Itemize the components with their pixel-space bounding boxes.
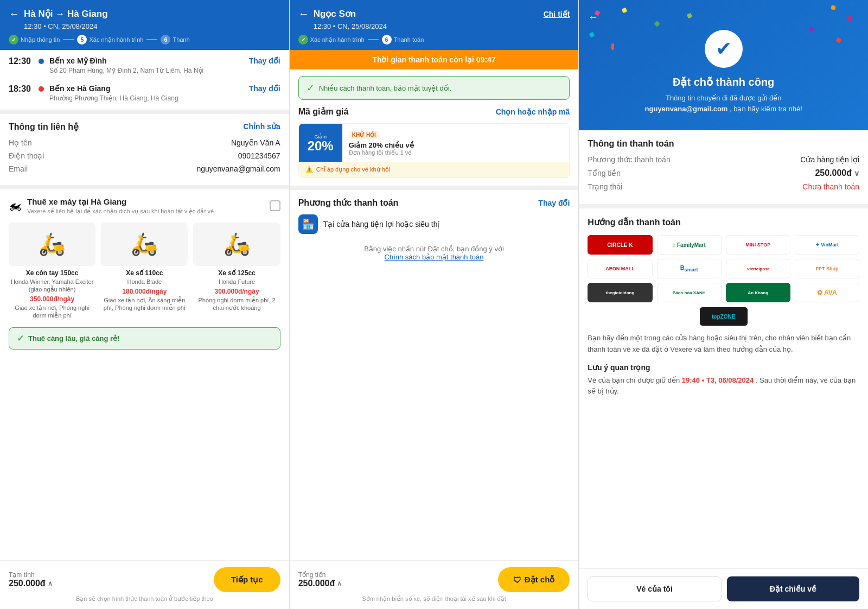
timer-time: 09:47 — [476, 55, 496, 64]
screen2-step-1-label: Xác nhận hành trình — [310, 36, 365, 43]
screen3-footer: Vé của tôi Đặt chiều về — [579, 568, 868, 609]
payment-option-text: Tại cửa hàng tiện lợi hoặc siêu thị — [323, 220, 440, 229]
contact-email-row: Email nguyenvana@gmail.com — [9, 164, 280, 173]
contact-edit-btn[interactable]: Chỉnh sửa — [243, 122, 280, 131]
consent-link[interactable]: Chính sách bảo mật thanh toán — [385, 253, 484, 261]
success-header: ← ✔ Đặt chỗ thành công Thông tin chuyến … — [579, 0, 868, 130]
screen2-title: Ngọc Sơn — [314, 8, 356, 20]
screen2-bottom-note: Sớm nhận biển số xe, số điện thoại tài x… — [298, 595, 570, 602]
guide-title: Hướng dẫn thanh toán — [588, 217, 859, 227]
screen2-step-line — [368, 39, 379, 40]
detail-link[interactable]: Chi tiết — [544, 10, 570, 18]
screen2-header: ← Ngọc Sơn 12:30 • CN, 25/08/2024 Chi ti… — [290, 0, 579, 50]
step-2-circle: 5 — [77, 35, 87, 45]
discount-name: Giảm 20% chiều về — [349, 141, 563, 149]
contact-phone-row: Điện thoại 0901234567 — [9, 151, 280, 160]
discount-sub: Đơn hàng tối thiểu 1 vé — [349, 149, 563, 156]
screen2-back-icon[interactable]: ← — [298, 8, 309, 20]
screen2-price-label: Tổng tiền — [298, 571, 492, 579]
bike-price-1: 180.000đ/ngày — [101, 288, 188, 295]
store-logo-circlek: CIRCLE K — [588, 235, 652, 255]
rental-promo-banner: ✓ Thuê càng lâu, giá càng rẻ! — [9, 327, 280, 350]
arrival-change-btn[interactable]: Thay đổi — [249, 84, 280, 93]
payment-method-value: Cửa hàng tiện lợi — [800, 155, 859, 164]
success-subtitle: Thông tin chuyến đi đã được gửi đến nguy… — [588, 93, 859, 114]
store-logos-grid: CIRCLE K ≡ FamilyMart MINI STOP ✦ VinMar… — [588, 235, 859, 302]
payment-method-label: Phương thức thanh toán — [588, 155, 670, 164]
discount-badge: Giảm 20% — [299, 124, 342, 162]
continue-button[interactable]: Tiếp tục — [214, 567, 280, 592]
arrival-time: 18:30 — [9, 84, 33, 94]
screen3-scroll: Thông tin thanh toán Phương thức thanh t… — [579, 130, 868, 568]
total-amount-row: Tổng tiền 250.000đ ∨ — [588, 168, 859, 178]
discount-card: Giảm 20% KHỬ HỒI Giảm 20% chiều về Đơn h… — [298, 123, 570, 178]
payment-option: 🏪 Tại cửa hàng tiện lợi hoặc siêu thị — [298, 214, 570, 234]
store-logo-viettel: viettelpost — [726, 259, 790, 278]
contact-email-label: Email — [9, 164, 28, 173]
screen1-title: Hà Nội → Hà Giang — [24, 8, 108, 20]
screen2-steps: ✓ Xác nhận hành trình 6 Thanh toán — [298, 35, 570, 45]
bike-card-1: 🛵 Xe số 110cc Honda Blade 180.000đ/ngày … — [101, 223, 188, 320]
screen1-scroll: 12:30 Bến xe Mỹ Đình Số 20 Pham Hùng, Mỹ… — [0, 50, 289, 560]
security-banner: ✓ Nhiều cách thanh toán, bảo mật tuyệt đ… — [298, 76, 570, 100]
contact-name-row: Họ tên Nguyễn Văn A — [9, 138, 280, 147]
important-text: Vé của bạn chỉ được giữ đến 19:46 • T3, … — [588, 375, 859, 398]
screen1-price-label: Tạm tính — [9, 571, 207, 579]
step-3: 6 Thanh — [161, 35, 189, 45]
consent-prefix: Bằng việc nhấn nút Đặt chỗ, bạn đồng ý v… — [364, 245, 504, 253]
rental-title: Thuê xe máy tại Hà Giang — [27, 197, 264, 207]
security-check-icon: ✓ — [307, 82, 315, 94]
arrival-name: Bến xe Hà Giang — [49, 84, 244, 93]
route-times: 12:30 Bến xe Mỹ Đình Số 20 Pham Hùng, Mỹ… — [0, 50, 289, 114]
payment-change-btn[interactable]: Thay đổi — [538, 199, 570, 207]
store-logo-bsmart: Bsmart — [657, 259, 722, 278]
step-2: 5 Xác nhận hành trình — [77, 35, 143, 45]
store-logo-mini: MINI STOP — [726, 235, 790, 255]
screen-1: ← Hà Nội → Hà Giang 12:30 • CN, 25/08/20… — [0, 0, 290, 609]
screen1-steps: ✓ Nhập thông tin 5 Xác nhận hành trình 6… — [9, 35, 280, 45]
step-3-circle: 6 — [161, 35, 170, 45]
contact-phone-value: 0901234567 — [238, 151, 280, 160]
rental-checkbox[interactable] — [270, 200, 280, 211]
timer-bar: Thời gian thanh toán còn lại 09:47 — [290, 50, 579, 69]
screen1-price-value: 250.000đ — [9, 579, 46, 588]
departure-name: Bến xe Mỹ Đình — [49, 56, 244, 65]
screen2-step-2-circle: 6 — [382, 35, 392, 45]
step-3-label: Thanh — [173, 36, 189, 43]
screen2-scroll: Thời gian thanh toán còn lại 09:47 ✓ Nhi… — [290, 50, 579, 560]
discount-link[interactable]: Chọn hoặc nhập mã — [496, 107, 570, 116]
screen2-price-chevron: ∧ — [337, 580, 342, 587]
screen2-price-info: Tổng tiền 250.000đ ∧ — [298, 571, 492, 588]
book-button[interactable]: 🛡 Đặt chỗ — [498, 567, 570, 592]
bike-extras-1: Giao xe tận nơi, Ăn sáng miễn phí, Phòng… — [101, 296, 188, 312]
arrival-address: Phường Phương Thiện, Hà Giang, Hà Giang — [49, 94, 244, 103]
contact-header: Thông tin liên hệ Chỉnh sửa — [9, 122, 280, 132]
bike-card-2: 🛵 Xe số 125cc Honda Future 300.000đ/ngày… — [193, 223, 280, 320]
book-button-label: Đặt chỗ — [525, 575, 555, 585]
discount-card-inner: Giảm 20% KHỬ HỒI Giảm 20% chiều về Đơn h… — [299, 124, 570, 162]
payment-status-value: Chưa thanh toán — [802, 182, 859, 191]
timer-text: Thời gian thanh toán còn lại — [372, 55, 476, 64]
my-tickets-button[interactable]: Vé của tôi — [588, 576, 721, 601]
payment-status-label: Trạng thái — [588, 182, 622, 191]
screen1-bottom-row: Tạm tính 250.000đ ∧ Tiếp tục — [9, 567, 280, 592]
screen2-price-value: 250.000đ — [298, 579, 335, 588]
bike-name-2: Xe số 125cc — [193, 269, 280, 277]
payment-title: Phương thức thanh toán — [298, 198, 399, 208]
bike-desc-2: Honda Future — [193, 278, 280, 286]
bike-img-2: 🛵 — [193, 223, 280, 266]
screen3-back-icon[interactable]: ← — [588, 11, 598, 23]
book-return-button[interactable]: Đặt chiều về — [727, 576, 859, 601]
success-subtitle2: , bạn hãy kiểm tra nhé! — [730, 105, 802, 113]
arrival-dot — [39, 86, 44, 92]
amount-chevron-icon: ∨ — [854, 169, 859, 177]
screen2-price-amount: 250.000đ ∧ — [298, 579, 492, 588]
store-logo-ava: ✿ AVA — [795, 283, 859, 302]
back-arrow-icon[interactable]: ← — [9, 8, 20, 20]
bike-extras-2: Phòng nghi dorm miễn phí, 2 chai nước kh… — [193, 296, 280, 312]
screen2-bottom-row: Tổng tiền 250.000đ ∧ 🛡 Đặt chỗ — [298, 567, 570, 592]
departure-change-btn[interactable]: Thay đổi — [249, 56, 280, 65]
screen2-bottom-bar: Tổng tiền 250.000đ ∧ 🛡 Đặt chỗ Sớm nhận … — [290, 560, 579, 609]
discount-tag: KHỬ HỒI — [349, 131, 379, 139]
bike-card-0: 🛵 Xe côn tay 150cc Honda Winner, Yamaha … — [9, 223, 95, 320]
